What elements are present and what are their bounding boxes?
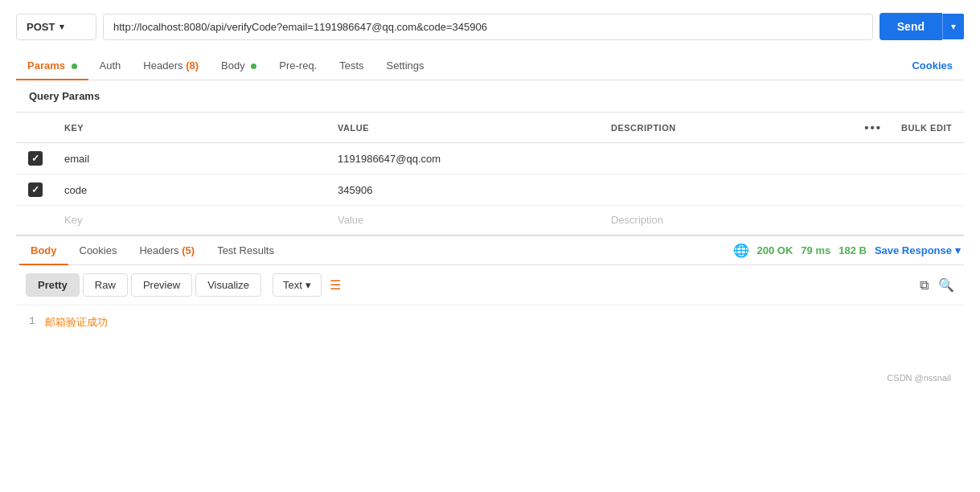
row2-more <box>855 174 892 206</box>
format-raw-button[interactable]: Raw <box>83 273 128 297</box>
row2-bulk <box>892 174 964 206</box>
line-number-1: 1 <box>29 315 35 360</box>
more-options-icon[interactable]: ••• <box>864 121 882 134</box>
tab-settings[interactable]: Settings <box>375 51 436 80</box>
response-section: Body Cookies Headers (5) Test Results 🌐 … <box>16 235 964 370</box>
placeholder-desc[interactable]: Description <box>601 206 855 235</box>
response-tab-test-results[interactable]: Test Results <box>206 236 285 264</box>
save-response-chevron-icon: ▾ <box>955 244 961 256</box>
table-row: email 1191986647@qq.com <box>16 143 964 174</box>
response-tabs-row: Body Cookies Headers (5) Test Results 🌐 … <box>16 236 964 265</box>
response-content-1: 邮箱验证成功 <box>45 315 108 360</box>
response-status: 200 OK <box>757 244 793 256</box>
text-format-label: Text <box>283 279 302 291</box>
globe-icon: 🌐 <box>733 243 749 258</box>
text-format-select[interactable]: Text ▾ <box>273 273 322 297</box>
cookies-link[interactable]: Cookies <box>900 51 964 80</box>
params-table: KEY VALUE DESCRIPTION ••• Bulk Edit emai… <box>16 112 964 235</box>
url-bar: POST ▾ Send ▾ <box>16 13 964 40</box>
col-header-description: DESCRIPTION <box>601 113 855 143</box>
search-icon[interactable]: 🔍 <box>938 277 954 293</box>
response-tab-cookies[interactable]: Cookies <box>68 236 129 264</box>
format-visualize-button[interactable]: Visualize <box>195 273 261 297</box>
placeholder-key[interactable]: Key <box>55 206 328 235</box>
query-params-label: Query Params <box>16 80 964 112</box>
response-meta: 🌐 200 OK 79 ms 182 B Save Response ▾ <box>733 243 962 258</box>
col-header-value: VALUE <box>328 113 601 143</box>
headers-badge: (8) <box>186 59 199 72</box>
url-input[interactable] <box>103 14 873 40</box>
params-dot <box>72 64 77 69</box>
request-tabs-row: Params Auth Headers (8) Body Pre-req. Te… <box>16 51 964 80</box>
table-row-placeholder: Key Value Description <box>16 206 964 235</box>
method-select[interactable]: POST ▾ <box>16 14 96 40</box>
format-pretty-button[interactable]: Pretty <box>26 273 80 297</box>
wrap-lines-icon[interactable]: ☰ <box>330 277 341 293</box>
tab-headers[interactable]: Headers (8) <box>132 51 210 80</box>
row2-key[interactable]: code <box>55 174 328 206</box>
row1-key[interactable]: email <box>55 143 328 174</box>
save-response-button[interactable]: Save Response ▾ <box>875 244 961 256</box>
response-tab-headers[interactable]: Headers (5) <box>128 236 206 264</box>
method-chevron-icon: ▾ <box>59 22 64 32</box>
send-button-group: Send ▾ <box>880 13 964 40</box>
row1-desc[interactable] <box>601 143 855 174</box>
format-preview-button[interactable]: Preview <box>131 273 192 297</box>
send-main-button[interactable]: Send <box>880 13 942 40</box>
row2-value[interactable]: 345906 <box>328 174 601 206</box>
col-header-key: KEY <box>55 113 328 143</box>
watermark: CSDN @nssnail <box>16 370 964 386</box>
text-format-chevron-icon: ▾ <box>305 279 311 291</box>
col-header-more: ••• <box>855 113 892 143</box>
row1-checkbox[interactable] <box>28 151 43 166</box>
table-row: code 345906 <box>16 174 964 206</box>
col-header-check <box>16 113 55 143</box>
copy-icon[interactable]: ⧉ <box>920 278 929 293</box>
row1-bulk <box>892 143 964 174</box>
body-dot <box>251 64 256 69</box>
col-header-bulk-edit[interactable]: Bulk Edit <box>892 113 964 143</box>
method-label: POST <box>27 21 55 33</box>
tab-body[interactable]: Body <box>210 51 268 80</box>
row1-more <box>855 143 892 174</box>
response-headers-badge: (5) <box>182 244 195 256</box>
tab-params[interactable]: Params <box>16 51 88 80</box>
placeholder-value[interactable]: Value <box>328 206 601 235</box>
response-tab-body[interactable]: Body <box>19 236 68 264</box>
tab-prereq[interactable]: Pre-req. <box>268 51 328 80</box>
response-size: 182 B <box>839 244 867 256</box>
row2-checkbox[interactable] <box>28 182 43 197</box>
tab-tests[interactable]: Tests <box>328 51 375 80</box>
row1-value[interactable]: 1191986647@qq.com <box>328 143 601 174</box>
format-row: Pretty Raw Preview Visualize Text ▾ ☰ ⧉ … <box>16 265 964 305</box>
send-chevron-button[interactable]: ▾ <box>942 14 964 39</box>
row2-desc[interactable] <box>601 174 855 206</box>
response-time: 79 ms <box>801 244 830 256</box>
response-body: 1 邮箱验证成功 <box>16 305 964 370</box>
tab-auth[interactable]: Auth <box>88 51 133 80</box>
